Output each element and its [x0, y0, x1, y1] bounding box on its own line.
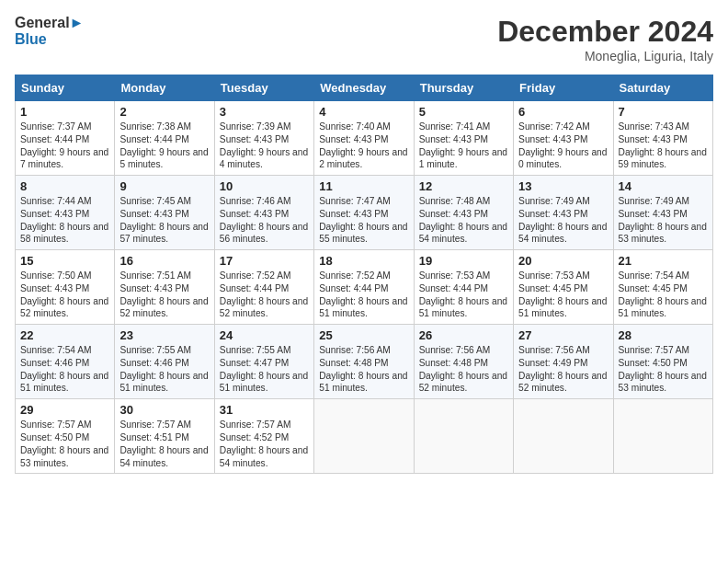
- table-cell: 8 Sunrise: 7:44 AMSunset: 4:43 PMDayligh…: [16, 176, 115, 250]
- cell-info: Sunrise: 7:53 AMSunset: 4:44 PMDaylight:…: [419, 270, 508, 320]
- cell-day-number: 1: [20, 105, 109, 119]
- table-cell: [613, 399, 712, 474]
- cell-day-number: 31: [220, 403, 309, 417]
- location: Moneglia, Liguria, Italy: [497, 49, 713, 63]
- cell-info: Sunrise: 7:52 AMSunset: 4:44 PMDaylight:…: [220, 270, 309, 320]
- cell-info: Sunrise: 7:55 AMSunset: 4:46 PMDaylight:…: [119, 344, 209, 395]
- cell-day-number: 20: [518, 254, 608, 268]
- cell-info: Sunrise: 7:39 AMSunset: 4:43 PMDaylight:…: [220, 121, 309, 171]
- cell-info: Sunrise: 7:57 AMSunset: 4:51 PMDaylight:…: [119, 419, 209, 469]
- cell-day-number: 5: [419, 105, 508, 119]
- week-row-4: 22 Sunrise: 7:54 AMSunset: 4:46 PMDaylig…: [16, 325, 713, 399]
- cell-info: Sunrise: 7:43 AMSunset: 4:43 PMDaylight:…: [619, 121, 708, 171]
- cell-info: Sunrise: 7:44 AMSunset: 4:43 PMDaylight:…: [20, 195, 109, 246]
- cell-day-number: 6: [518, 105, 608, 119]
- cell-day-number: 18: [319, 254, 408, 268]
- cell-info: Sunrise: 7:41 AMSunset: 4:43 PMDaylight:…: [419, 121, 508, 171]
- table-cell: 13 Sunrise: 7:49 AMSunset: 4:43 PMDaylig…: [514, 176, 613, 250]
- table-cell: 6 Sunrise: 7:42 AMSunset: 4:43 PMDayligh…: [514, 101, 613, 176]
- cell-day-number: 3: [220, 105, 309, 119]
- cell-info: Sunrise: 7:54 AMSunset: 4:45 PMDaylight:…: [619, 270, 708, 320]
- table-cell: 26 Sunrise: 7:56 AMSunset: 4:48 PMDaylig…: [414, 325, 513, 399]
- calendar-table: Sunday Monday Tuesday Wednesday Thursday…: [15, 75, 713, 474]
- cell-info: Sunrise: 7:49 AMSunset: 4:43 PMDaylight:…: [619, 195, 708, 246]
- table-cell: 1 Sunrise: 7:37 AMSunset: 4:44 PMDayligh…: [16, 101, 115, 176]
- table-cell: 20 Sunrise: 7:53 AMSunset: 4:45 PMDaylig…: [514, 250, 613, 325]
- table-cell: 17 Sunrise: 7:52 AMSunset: 4:44 PMDaylig…: [214, 250, 313, 325]
- col-thursday: Thursday: [414, 75, 513, 101]
- cell-day-number: 30: [119, 403, 209, 417]
- cell-day-number: 17: [220, 254, 309, 268]
- cell-day-number: 10: [220, 179, 309, 193]
- table-cell: 10 Sunrise: 7:46 AMSunset: 4:43 PMDaylig…: [214, 176, 313, 250]
- table-cell: [514, 399, 613, 474]
- table-cell: 23 Sunrise: 7:55 AMSunset: 4:46 PMDaylig…: [115, 325, 214, 399]
- table-cell: 14 Sunrise: 7:49 AMSunset: 4:43 PMDaylig…: [613, 176, 712, 250]
- table-cell: 27 Sunrise: 7:56 AMSunset: 4:49 PMDaylig…: [514, 325, 613, 399]
- table-cell: 5 Sunrise: 7:41 AMSunset: 4:43 PMDayligh…: [414, 101, 513, 176]
- table-cell: [314, 399, 414, 474]
- cell-day-number: 29: [20, 403, 109, 417]
- cell-info: Sunrise: 7:57 AMSunset: 4:52 PMDaylight:…: [220, 419, 309, 469]
- week-row-2: 8 Sunrise: 7:44 AMSunset: 4:43 PMDayligh…: [16, 176, 713, 250]
- cell-info: Sunrise: 7:37 AMSunset: 4:44 PMDaylight:…: [20, 121, 109, 171]
- cell-day-number: 16: [119, 254, 209, 268]
- cell-day-number: 21: [619, 254, 708, 268]
- table-cell: 19 Sunrise: 7:53 AMSunset: 4:44 PMDaylig…: [414, 250, 513, 325]
- col-friday: Friday: [514, 75, 613, 101]
- table-cell: 24 Sunrise: 7:55 AMSunset: 4:47 PMDaylig…: [214, 325, 313, 399]
- cell-info: Sunrise: 7:46 AMSunset: 4:43 PMDaylight:…: [220, 195, 309, 246]
- cell-info: Sunrise: 7:52 AMSunset: 4:44 PMDaylight:…: [319, 270, 408, 320]
- table-cell: 3 Sunrise: 7:39 AMSunset: 4:43 PMDayligh…: [214, 101, 313, 176]
- table-cell: 25 Sunrise: 7:56 AMSunset: 4:48 PMDaylig…: [314, 325, 414, 399]
- table-cell: 18 Sunrise: 7:52 AMSunset: 4:44 PMDaylig…: [314, 250, 414, 325]
- table-cell: 7 Sunrise: 7:43 AMSunset: 4:43 PMDayligh…: [613, 101, 712, 176]
- cell-info: Sunrise: 7:56 AMSunset: 4:48 PMDaylight:…: [319, 344, 408, 395]
- cell-day-number: 26: [419, 328, 508, 342]
- cell-day-number: 25: [319, 328, 408, 342]
- table-cell: 2 Sunrise: 7:38 AMSunset: 4:44 PMDayligh…: [115, 101, 214, 176]
- table-cell: 30 Sunrise: 7:57 AMSunset: 4:51 PMDaylig…: [115, 399, 214, 474]
- table-cell: [414, 399, 513, 474]
- cell-info: Sunrise: 7:56 AMSunset: 4:49 PMDaylight:…: [518, 344, 608, 395]
- cell-day-number: 4: [319, 105, 408, 119]
- cell-day-number: 22: [20, 328, 109, 342]
- table-cell: 11 Sunrise: 7:47 AMSunset: 4:43 PMDaylig…: [314, 176, 414, 250]
- cell-day-number: 2: [119, 105, 209, 119]
- col-tuesday: Tuesday: [214, 75, 313, 101]
- week-row-3: 15 Sunrise: 7:50 AMSunset: 4:43 PMDaylig…: [16, 250, 713, 325]
- table-cell: 22 Sunrise: 7:54 AMSunset: 4:46 PMDaylig…: [16, 325, 115, 399]
- cell-info: Sunrise: 7:45 AMSunset: 4:43 PMDaylight:…: [119, 195, 209, 246]
- week-row-1: 1 Sunrise: 7:37 AMSunset: 4:44 PMDayligh…: [16, 101, 713, 176]
- cell-day-number: 15: [20, 254, 109, 268]
- table-cell: 4 Sunrise: 7:40 AMSunset: 4:43 PMDayligh…: [314, 101, 414, 176]
- cell-info: Sunrise: 7:54 AMSunset: 4:46 PMDaylight:…: [20, 344, 109, 395]
- cell-info: Sunrise: 7:57 AMSunset: 4:50 PMDaylight:…: [20, 419, 109, 469]
- cell-day-number: 8: [20, 179, 109, 193]
- cell-day-number: 23: [119, 328, 209, 342]
- table-cell: 9 Sunrise: 7:45 AMSunset: 4:43 PMDayligh…: [115, 176, 214, 250]
- header-row: Sunday Monday Tuesday Wednesday Thursday…: [16, 75, 713, 101]
- col-wednesday: Wednesday: [314, 75, 414, 101]
- cell-day-number: 9: [119, 179, 209, 193]
- col-monday: Monday: [115, 75, 214, 101]
- cell-info: Sunrise: 7:40 AMSunset: 4:43 PMDaylight:…: [319, 121, 408, 171]
- table-cell: 31 Sunrise: 7:57 AMSunset: 4:52 PMDaylig…: [214, 399, 313, 474]
- col-saturday: Saturday: [613, 75, 712, 101]
- cell-info: Sunrise: 7:56 AMSunset: 4:48 PMDaylight:…: [419, 344, 508, 395]
- cell-day-number: 28: [619, 328, 708, 342]
- cell-info: Sunrise: 7:53 AMSunset: 4:45 PMDaylight:…: [518, 270, 608, 320]
- cell-day-number: 14: [619, 179, 708, 193]
- cell-day-number: 19: [419, 254, 508, 268]
- cell-day-number: 27: [518, 328, 608, 342]
- cell-info: Sunrise: 7:48 AMSunset: 4:43 PMDaylight:…: [419, 195, 508, 246]
- table-cell: 28 Sunrise: 7:57 AMSunset: 4:50 PMDaylig…: [613, 325, 712, 399]
- cell-day-number: 7: [619, 105, 708, 119]
- cell-info: Sunrise: 7:55 AMSunset: 4:47 PMDaylight:…: [220, 344, 309, 395]
- cell-info: Sunrise: 7:38 AMSunset: 4:44 PMDaylight:…: [119, 121, 209, 171]
- table-cell: 12 Sunrise: 7:48 AMSunset: 4:43 PMDaylig…: [414, 176, 513, 250]
- cell-day-number: 24: [220, 328, 309, 342]
- cell-day-number: 12: [419, 179, 508, 193]
- cell-info: Sunrise: 7:47 AMSunset: 4:43 PMDaylight:…: [319, 195, 408, 246]
- table-cell: 16 Sunrise: 7:51 AMSunset: 4:43 PMDaylig…: [115, 250, 214, 325]
